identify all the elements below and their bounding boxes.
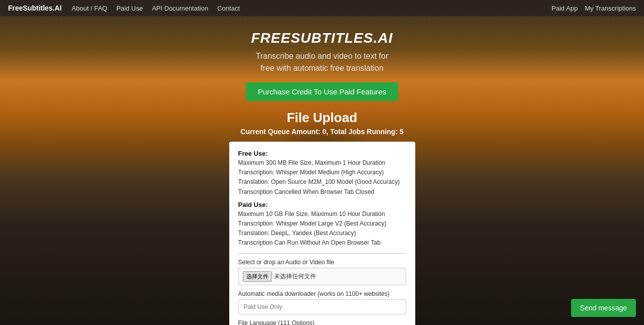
file-select-label: Select or drop an Audio or Video file [238,259,406,266]
free-use-item-1: Transcription: Whisper Model Medium (Hig… [238,168,406,177]
paid-use-item-2: Translation: DeepL, Yandex (Best Accurac… [238,229,406,238]
about-faq-link[interactable]: About / FAQ [72,5,108,12]
paid-use-items: Maximum 10 GB File Size, Maximum 10 Hour… [238,209,406,248]
hero-subtitle-line1: Transcribe audio and video to text for [256,52,389,60]
queue-info: Current Queue Amount: 0, Total Jobs Runn… [0,128,644,136]
purchase-credit-button[interactable]: Purchase Credit To Use Paid Features [246,82,399,101]
free-use-item-2: Translation: Open Source M2M_100 Model (… [238,177,406,187]
paid-use-item-1: Transcription: Whisper Model Large V2 (B… [238,219,406,229]
language-label: File Language (111 Options) [238,319,406,326]
hero-section: FREESUBTITLES.AI Transcribe audio and vi… [0,16,644,110]
send-message-button[interactable]: Send message [571,299,636,317]
file-choose-button[interactable]: 选择文件 [243,271,272,282]
downloader-input[interactable] [238,299,406,314]
nav-brand[interactable]: FreeSubtitles.AI [8,4,62,12]
file-no-selection: 未选择任何文件 [274,272,316,281]
free-use-item-0: Maximum 300 MB File Size, Maximum 1 Hour… [238,158,406,168]
upload-card: Free Use: Maximum 300 MB File Size, Maxi… [229,142,415,325]
hero-title: FREESUBTITLES.AI [8,30,636,46]
api-docs-link[interactable]: API Documentation [152,5,208,12]
nav-links: About / FAQ Paid Use API Documentation C… [72,5,551,12]
paid-use-title: Paid Use: [238,201,406,208]
downloader-label: Automatic media downloader (works on 110… [238,290,406,297]
file-input-wrapper[interactable]: 选择文件 未选择任何文件 [238,268,406,285]
paid-use-item-0: Maximum 10 GB File Size, Maximum 10 Hour… [238,209,406,219]
paid-use-link[interactable]: Paid Use [116,5,143,12]
paid-use-item-3: Transcription Can Run Without An Open Br… [238,238,406,248]
my-transcriptions-link[interactable]: My Transcriptions [585,5,636,12]
file-upload-title: File Upload [0,110,644,126]
card-divider [238,253,406,254]
upload-section: File Upload Current Queue Amount: 0, Tot… [0,110,644,136]
paid-app-link[interactable]: Paid App [551,5,578,12]
nav-right: Paid App My Transcriptions [551,5,636,12]
navbar: FreeSubtitles.AI About / FAQ Paid Use AP… [0,0,644,16]
free-use-title: Free Use: [238,150,406,157]
free-use-item-3: Transcription Cancelled When Browser Tab… [238,187,406,197]
hero-subtitle-line2: free with automatic free translation [260,64,384,72]
hero-subtitle: Transcribe audio and video to text for f… [8,50,636,74]
free-use-items: Maximum 300 MB File Size, Maximum 1 Hour… [238,158,406,197]
contact-link[interactable]: Contact [217,5,240,12]
